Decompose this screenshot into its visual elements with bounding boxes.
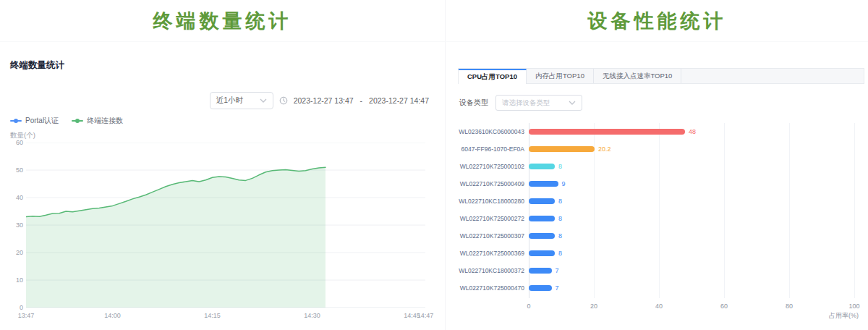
bar[interactable] — [529, 164, 555, 169]
date-range-end[interactable]: 2023-12-27 14:47 — [369, 96, 429, 105]
bar-category-label: WL022710K725000102 — [460, 158, 524, 175]
bar-row: WL022710K7250003078 — [458, 227, 866, 245]
bar-value-label: 8 — [558, 210, 562, 227]
chevron-down-icon — [260, 98, 267, 103]
bar-value-label: 7 — [556, 279, 559, 297]
legend-item[interactable]: Portal认证 — [10, 116, 59, 126]
bar-row: WL022710K7250001028 — [458, 158, 866, 175]
bar-value-label: 8 — [558, 245, 562, 262]
x-tick-label: 14:00 — [104, 312, 121, 319]
x-tick-label: 13:47 — [18, 312, 35, 319]
bar[interactable] — [529, 181, 558, 187]
device-type-select[interactable]: 请选择设备类型 — [495, 95, 582, 111]
chart-legend: Portal认证终端连接数 — [10, 116, 123, 126]
bar-category-label: WL022710K725000307 — [460, 227, 524, 245]
bar[interactable] — [529, 250, 555, 256]
x-tick-label: 60 — [720, 302, 728, 310]
legend-marker-icon — [10, 120, 22, 122]
tab-ap-rate-top10[interactable]: 无线接入点速率TOP10 — [594, 69, 681, 83]
y-tick-label: 30 — [6, 221, 23, 229]
bar[interactable] — [529, 216, 555, 221]
bar[interactable] — [529, 198, 555, 204]
bar-category-label: WL022710K725000470 — [460, 279, 524, 297]
bar-row: WL022710K7250003698 — [458, 245, 866, 262]
legend-marker-icon — [72, 120, 83, 122]
x-tick-label: 14:15 — [204, 312, 221, 319]
device-performance-panel: 设备性能统计 CPU占用TOP10内存占用TOP10无线接入点速率TOP10 设… — [446, 0, 868, 330]
bar-value-label: 8 — [558, 227, 562, 245]
chevron-down-icon — [569, 101, 576, 105]
terminal-count-line-chart: 010203040506013:4714:0014:1514:3014:4514… — [6, 143, 443, 325]
bar-row: WL022710K7250004707 — [458, 279, 866, 297]
legend-item[interactable]: 终端连接数 — [72, 116, 123, 126]
device-type-filter: 设备类型 请选择设备类型 — [459, 95, 582, 111]
bar-category-label: WL022710KC18000280 — [459, 192, 524, 210]
bar[interactable] — [529, 146, 595, 152]
device-type-placeholder: 请选择设备类型 — [502, 98, 550, 108]
x-axis-title: 占用率(%) — [829, 311, 859, 321]
bar-category-label: WL023610KC06000043 — [459, 123, 524, 140]
y-tick-label: 50 — [6, 166, 23, 174]
bar-row: WL022710K7250004099 — [458, 175, 866, 192]
legend-label: 终端连接数 — [87, 116, 123, 126]
bar[interactable] — [529, 233, 555, 239]
time-range-select[interactable]: 近1小时 — [210, 92, 273, 109]
y-tick-label: 10 — [6, 276, 23, 284]
date-range-separator: - — [360, 96, 363, 105]
time-controls: 近1小时 2023-12-27 13:47 - 2023-12-27 14:47 — [210, 92, 429, 109]
left-section-title: 终端数量统计 — [10, 59, 64, 72]
cpu-top10-bar-chart: 占用率(%) WL023610KC06000043486047-FF96-107… — [458, 122, 866, 326]
right-page-title: 设备性能统计 — [446, 0, 868, 42]
tab-cpu-top10[interactable]: CPU占用TOP10 — [459, 69, 527, 84]
x-tick-label: 0 — [527, 302, 530, 310]
bar-row: WL022710KC180003727 — [458, 262, 866, 279]
bar-category-label: WL022710K725000272 — [460, 210, 524, 227]
x-tick-label: 100 — [848, 302, 859, 310]
y-tick-label: 20 — [6, 249, 23, 256]
bar-value-label: 20.2 — [598, 140, 611, 158]
bar-category-label: 6047-FF96-1070-EF0A — [461, 140, 524, 158]
x-tick-label: 14:30 — [304, 312, 320, 319]
bar[interactable] — [529, 285, 552, 291]
bar-category-label: WL022710KC18000372 — [459, 262, 524, 279]
bar-category-label: WL022710K725000409 — [460, 175, 524, 192]
clock-icon — [279, 96, 288, 105]
x-tick-label: 20 — [590, 302, 597, 310]
bar-row: WL022710K7250002728 — [458, 210, 866, 227]
bar-row: WL023610KC0600004348 — [458, 123, 866, 140]
device-type-label: 设备类型 — [459, 98, 488, 108]
x-tick-label: 14:47 — [417, 312, 434, 319]
line-plot-area — [26, 143, 425, 308]
time-range-value: 近1小时 — [216, 96, 243, 106]
x-tick-label: 40 — [655, 302, 663, 310]
tab-memory-top10[interactable]: 内存占用TOP10 — [527, 69, 594, 83]
dashboard-page: 终端数量统计 终端数量统计 近1小时 2023-12-27 13:47 - 20… — [0, 0, 868, 330]
x-tick-label: 80 — [786, 302, 793, 310]
terminal-stats-panel: 终端数量统计 终端数量统计 近1小时 2023-12-27 13:47 - 20… — [0, 0, 446, 330]
bar-row: WL022710KC180002808 — [458, 192, 866, 210]
left-page-title: 终端数量统计 — [0, 0, 445, 42]
performance-tabs: CPU占用TOP10内存占用TOP10无线接入点速率TOP10 — [458, 68, 864, 84]
date-range-start[interactable]: 2023-12-27 13:47 — [294, 96, 354, 105]
bar-row: 6047-FF96-1070-EF0A20.2 — [458, 140, 866, 158]
y-tick-label: 60 — [6, 139, 23, 146]
y-tick-label: 0 — [6, 304, 23, 311]
bar[interactable] — [529, 129, 685, 135]
bar[interactable] — [529, 268, 552, 274]
bar-value-label: 7 — [556, 262, 559, 279]
bar-value-label: 8 — [558, 158, 562, 175]
y-tick-label: 40 — [6, 194, 23, 201]
bar-category-label: WL022710K725000369 — [460, 245, 524, 262]
bar-value-label: 48 — [689, 123, 696, 140]
bar-value-label: 9 — [562, 175, 566, 192]
bar-value-label: 8 — [558, 192, 562, 210]
legend-label: Portal认证 — [25, 116, 59, 126]
